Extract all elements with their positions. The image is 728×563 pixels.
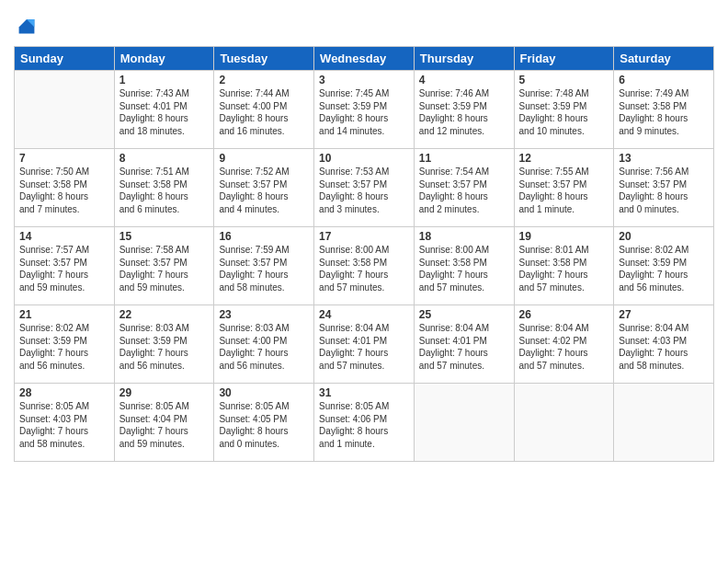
calendar-cell: 4Sunrise: 7:46 AM Sunset: 3:59 PM Daylig… bbox=[414, 71, 514, 149]
day-number: 6 bbox=[619, 74, 709, 86]
day-number: 21 bbox=[19, 308, 109, 321]
cell-content: Sunrise: 8:03 AM Sunset: 3:59 PM Dayligh… bbox=[119, 322, 210, 372]
calendar-cell: 14Sunrise: 7:57 AM Sunset: 3:57 PM Dayli… bbox=[15, 227, 115, 305]
calendar-cell: 19Sunrise: 8:01 AM Sunset: 3:58 PM Dayli… bbox=[514, 227, 614, 305]
calendar-cell: 6Sunrise: 7:49 AM Sunset: 3:58 PM Daylig… bbox=[614, 71, 714, 149]
calendar-cell: 17Sunrise: 8:00 AM Sunset: 3:58 PM Dayli… bbox=[314, 227, 415, 305]
day-number: 31 bbox=[319, 386, 409, 399]
calendar-cell: 24Sunrise: 8:04 AM Sunset: 4:01 PM Dayli… bbox=[314, 305, 415, 384]
calendar-cell: 7Sunrise: 7:50 AM Sunset: 3:58 PM Daylig… bbox=[15, 149, 115, 227]
day-number: 14 bbox=[19, 230, 109, 243]
calendar-cell: 26Sunrise: 8:04 AM Sunset: 4:02 PM Dayli… bbox=[514, 305, 614, 384]
cell-content: Sunrise: 7:55 AM Sunset: 3:57 PM Dayligh… bbox=[519, 166, 609, 215]
calendar-cell: 30Sunrise: 8:05 AM Sunset: 4:05 PM Dayli… bbox=[214, 384, 314, 462]
calendar-cell: 2Sunrise: 7:44 AM Sunset: 4:00 PM Daylig… bbox=[214, 71, 314, 149]
day-number: 10 bbox=[319, 152, 409, 165]
calendar-cell: 23Sunrise: 8:03 AM Sunset: 4:00 PM Dayli… bbox=[214, 305, 314, 384]
calendar-cell: 28Sunrise: 8:05 AM Sunset: 4:03 PM Dayli… bbox=[15, 384, 115, 462]
day-number: 15 bbox=[119, 230, 210, 243]
calendar-cell: 11Sunrise: 7:54 AM Sunset: 3:57 PM Dayli… bbox=[414, 149, 514, 227]
weekday-header: Friday bbox=[514, 47, 614, 71]
calendar-week-row: 7Sunrise: 7:50 AM Sunset: 3:58 PM Daylig… bbox=[15, 149, 714, 227]
cell-content: Sunrise: 7:49 AM Sunset: 3:58 PM Dayligh… bbox=[619, 87, 709, 137]
day-number: 28 bbox=[19, 386, 109, 399]
calendar-cell bbox=[514, 384, 614, 462]
weekday-header: Tuesday bbox=[214, 47, 314, 71]
page-container: SundayMondayTuesdayWednesdayThursdayFrid… bbox=[0, 0, 728, 471]
cell-content: Sunrise: 7:56 AM Sunset: 3:57 PM Dayligh… bbox=[619, 166, 709, 215]
day-number: 12 bbox=[519, 152, 609, 165]
calendar-cell: 18Sunrise: 8:00 AM Sunset: 3:58 PM Dayli… bbox=[414, 227, 514, 305]
weekday-header: Thursday bbox=[414, 47, 514, 71]
day-number: 27 bbox=[619, 308, 709, 321]
cell-content: Sunrise: 8:03 AM Sunset: 4:00 PM Dayligh… bbox=[219, 322, 309, 372]
day-number: 23 bbox=[219, 308, 309, 321]
day-number: 22 bbox=[119, 308, 210, 321]
cell-content: Sunrise: 7:45 AM Sunset: 3:59 PM Dayligh… bbox=[319, 87, 409, 137]
day-number: 3 bbox=[319, 74, 409, 86]
logo bbox=[14, 13, 43, 39]
calendar-cell bbox=[414, 384, 514, 462]
logo-icon bbox=[14, 13, 40, 39]
calendar-cell: 27Sunrise: 8:04 AM Sunset: 4:03 PM Dayli… bbox=[614, 305, 714, 384]
calendar-cell: 1Sunrise: 7:43 AM Sunset: 4:01 PM Daylig… bbox=[114, 71, 214, 149]
cell-content: Sunrise: 7:54 AM Sunset: 3:57 PM Dayligh… bbox=[419, 166, 509, 215]
day-number: 30 bbox=[219, 386, 309, 399]
weekday-header: Saturday bbox=[614, 47, 714, 71]
cell-content: Sunrise: 8:05 AM Sunset: 4:06 PM Dayligh… bbox=[319, 400, 409, 450]
day-number: 25 bbox=[419, 308, 509, 321]
day-number: 5 bbox=[519, 74, 609, 86]
day-number: 7 bbox=[19, 152, 109, 165]
day-number: 1 bbox=[119, 74, 210, 86]
cell-content: Sunrise: 8:00 AM Sunset: 3:58 PM Dayligh… bbox=[419, 244, 509, 293]
cell-content: Sunrise: 7:52 AM Sunset: 3:57 PM Dayligh… bbox=[219, 166, 309, 215]
calendar-week-row: 14Sunrise: 7:57 AM Sunset: 3:57 PM Dayli… bbox=[15, 227, 714, 305]
weekday-header: Monday bbox=[114, 47, 214, 71]
calendar-cell bbox=[614, 384, 714, 462]
cell-content: Sunrise: 8:05 AM Sunset: 4:04 PM Dayligh… bbox=[119, 400, 210, 450]
day-number: 24 bbox=[319, 308, 409, 321]
cell-content: Sunrise: 8:04 AM Sunset: 4:03 PM Dayligh… bbox=[619, 322, 709, 372]
cell-content: Sunrise: 7:59 AM Sunset: 3:57 PM Dayligh… bbox=[219, 244, 309, 293]
cell-content: Sunrise: 7:48 AM Sunset: 3:59 PM Dayligh… bbox=[519, 87, 609, 137]
calendar: SundayMondayTuesdayWednesdayThursdayFrid… bbox=[14, 46, 714, 462]
calendar-cell: 13Sunrise: 7:56 AM Sunset: 3:57 PM Dayli… bbox=[614, 149, 714, 227]
calendar-week-row: 21Sunrise: 8:02 AM Sunset: 3:59 PM Dayli… bbox=[15, 305, 714, 384]
header bbox=[14, 9, 714, 39]
cell-content: Sunrise: 7:58 AM Sunset: 3:57 PM Dayligh… bbox=[119, 244, 210, 293]
cell-content: Sunrise: 8:02 AM Sunset: 3:59 PM Dayligh… bbox=[19, 322, 109, 372]
calendar-week-row: 1Sunrise: 7:43 AM Sunset: 4:01 PM Daylig… bbox=[15, 71, 714, 149]
day-number: 26 bbox=[519, 308, 609, 321]
calendar-cell bbox=[15, 71, 115, 149]
cell-content: Sunrise: 8:02 AM Sunset: 3:59 PM Dayligh… bbox=[619, 244, 709, 293]
day-number: 11 bbox=[419, 152, 509, 165]
cell-content: Sunrise: 7:57 AM Sunset: 3:57 PM Dayligh… bbox=[19, 244, 109, 293]
calendar-cell: 12Sunrise: 7:55 AM Sunset: 3:57 PM Dayli… bbox=[514, 149, 614, 227]
weekday-header: Sunday bbox=[15, 47, 115, 71]
day-number: 29 bbox=[119, 386, 210, 399]
calendar-cell: 31Sunrise: 8:05 AM Sunset: 4:06 PM Dayli… bbox=[314, 384, 415, 462]
day-number: 8 bbox=[119, 152, 210, 165]
calendar-cell: 10Sunrise: 7:53 AM Sunset: 3:57 PM Dayli… bbox=[314, 149, 415, 227]
cell-content: Sunrise: 8:04 AM Sunset: 4:01 PM Dayligh… bbox=[419, 322, 509, 372]
calendar-week-row: 28Sunrise: 8:05 AM Sunset: 4:03 PM Dayli… bbox=[15, 384, 714, 462]
calendar-cell: 3Sunrise: 7:45 AM Sunset: 3:59 PM Daylig… bbox=[314, 71, 415, 149]
cell-content: Sunrise: 8:04 AM Sunset: 4:02 PM Dayligh… bbox=[519, 322, 609, 372]
weekday-header: Wednesday bbox=[314, 47, 415, 71]
day-number: 17 bbox=[319, 230, 409, 243]
cell-content: Sunrise: 7:53 AM Sunset: 3:57 PM Dayligh… bbox=[319, 166, 409, 215]
cell-content: Sunrise: 8:05 AM Sunset: 4:03 PM Dayligh… bbox=[19, 400, 109, 450]
weekday-header-row: SundayMondayTuesdayWednesdayThursdayFrid… bbox=[15, 47, 714, 71]
calendar-cell: 5Sunrise: 7:48 AM Sunset: 3:59 PM Daylig… bbox=[514, 71, 614, 149]
calendar-cell: 9Sunrise: 7:52 AM Sunset: 3:57 PM Daylig… bbox=[214, 149, 314, 227]
day-number: 2 bbox=[219, 74, 309, 86]
calendar-cell: 29Sunrise: 8:05 AM Sunset: 4:04 PM Dayli… bbox=[114, 384, 214, 462]
day-number: 16 bbox=[219, 230, 309, 243]
calendar-cell: 15Sunrise: 7:58 AM Sunset: 3:57 PM Dayli… bbox=[114, 227, 214, 305]
calendar-cell: 20Sunrise: 8:02 AM Sunset: 3:59 PM Dayli… bbox=[614, 227, 714, 305]
calendar-cell: 22Sunrise: 8:03 AM Sunset: 3:59 PM Dayli… bbox=[114, 305, 214, 384]
day-number: 20 bbox=[619, 230, 709, 243]
cell-content: Sunrise: 7:44 AM Sunset: 4:00 PM Dayligh… bbox=[219, 87, 309, 137]
day-number: 18 bbox=[419, 230, 509, 243]
cell-content: Sunrise: 7:50 AM Sunset: 3:58 PM Dayligh… bbox=[19, 166, 109, 215]
